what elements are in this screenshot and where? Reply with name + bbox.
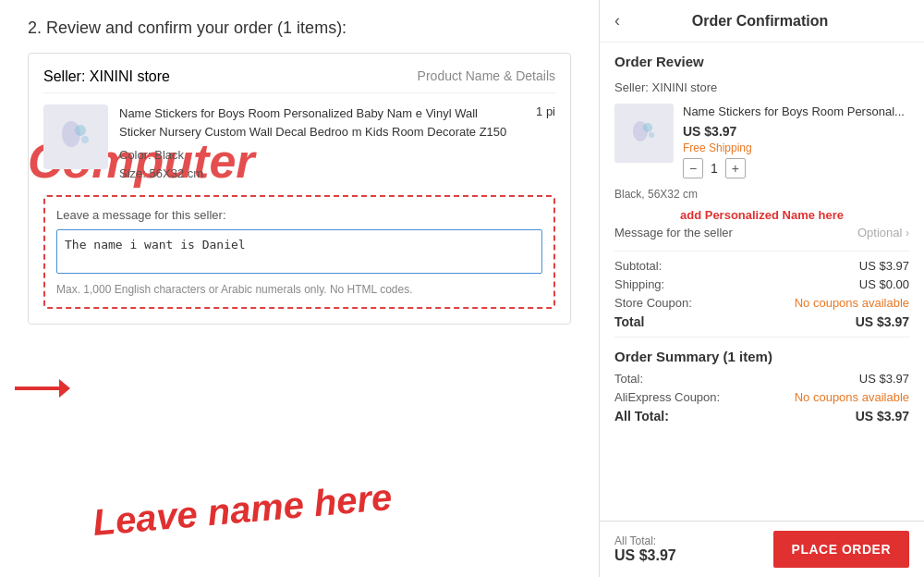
qty-decrease-button[interactable]: − <box>683 158 703 178</box>
place-order-button[interactable]: PLACE ORDER <box>773 531 909 568</box>
optional-section: Optional › <box>857 226 909 239</box>
product-image <box>43 104 108 169</box>
total-row: Total US $3.97 <box>614 314 909 329</box>
summary-total-row: Total: US $3.97 <box>614 372 909 386</box>
svg-point-2 <box>81 136 89 143</box>
page-title: 2. Review and confirm your order (1 item… <box>28 18 571 38</box>
leave-name-annotation: Leave name here <box>91 476 394 544</box>
message-hint: Max. 1,000 English characters or Arabic … <box>56 283 542 296</box>
footer-total-label: All Total: <box>614 534 676 547</box>
shipping-label: Shipping: <box>614 277 664 291</box>
divider-1 <box>614 251 909 252</box>
store-coupon-row: Store Coupon: No coupons available <box>614 296 909 310</box>
order-review-label: Order Review <box>614 54 909 69</box>
chevron-right-icon: › <box>906 227 909 239</box>
right-header-title: Order Confirmation <box>627 13 893 30</box>
qty-controls: − 1 + <box>683 158 909 178</box>
footer-total-price: US $3.97 <box>614 547 676 564</box>
product-details: Name Stickers for Boys Room Personalized… <box>119 104 507 182</box>
aliexpress-coupon-row: AliExpress Coupon: No coupons available <box>614 390 909 404</box>
aliexpress-coupon-value: No coupons available <box>795 390 909 404</box>
personalized-label: add Personalized Name here <box>614 208 909 222</box>
total-label: Total <box>614 314 644 329</box>
arrow-annotation <box>15 374 70 406</box>
svg-point-1 <box>75 125 86 136</box>
order-summary-title: Order Summary (1 item) <box>614 349 909 364</box>
right-product-name: Name Stickers for Boys Room Personal... <box>683 104 909 120</box>
product-row: Name Stickers for Boys Room Personalized… <box>43 104 555 182</box>
summary-total-label: Total: <box>614 372 643 386</box>
shipping-value: US $0.00 <box>859 277 909 291</box>
seller-name: Seller: XININI store <box>43 68 170 85</box>
product-name: Name Stickers for Boys Room Personalized… <box>119 104 507 141</box>
optional-badge: Optional <box>857 226 902 239</box>
aliexpress-coupon-label: AliExpress Coupon: <box>614 390 720 404</box>
message-section: Leave a message for this seller: Max. 1,… <box>43 195 555 309</box>
subtotal-row: Subtotal: US $3.97 <box>614 259 909 273</box>
subtotal-value: US $3.97 <box>859 259 909 273</box>
product-qty: 1 pi <box>518 104 555 118</box>
svg-point-7 <box>649 132 654 138</box>
message-label: Leave a message for this seller: <box>56 208 542 222</box>
left-panel: 2. Review and confirm your order (1 item… <box>0 0 599 577</box>
svg-point-6 <box>643 123 652 132</box>
subtotal-label: Subtotal: <box>614 259 662 273</box>
total-value: US $3.97 <box>856 314 909 329</box>
back-button[interactable]: ‹ <box>614 11 620 31</box>
all-total-value: US $3.97 <box>856 409 909 424</box>
footer-total: All Total: US $3.97 <box>614 534 676 564</box>
right-header: ‹ Order Confirmation Phone <box>600 0 924 43</box>
message-input[interactable] <box>56 229 542 274</box>
seller-message-row[interactable]: Message for the seller Optional › <box>614 226 909 239</box>
right-footer: All Total: US $3.97 PLACE ORDER <box>600 521 924 577</box>
summary-total-value: US $3.97 <box>859 372 909 386</box>
card-header: Seller: XININI store Product Name & Deta… <box>43 68 555 93</box>
divider-2 <box>614 337 909 338</box>
svg-marker-4 <box>59 379 70 398</box>
product-size: Size: 56X32 cm <box>119 165 507 183</box>
right-panel: ‹ Order Confirmation Phone Order Review … <box>599 0 924 577</box>
store-coupon-label: Store Coupon: <box>614 296 692 310</box>
right-product-info: Name Stickers for Boys Room Personal... … <box>683 104 909 178</box>
qty-increase-button[interactable]: + <box>725 158 746 178</box>
all-total-label: All Total: <box>614 409 669 424</box>
seller-message-label: Message for the seller <box>614 226 733 239</box>
right-product-image <box>614 104 674 163</box>
product-color: Color: Black <box>119 146 507 165</box>
right-seller-section: Seller: XININI store <box>614 80 909 94</box>
shipping-row: Shipping: US $0.00 <box>614 277 909 291</box>
free-shipping-label: Free Shipping <box>683 141 909 154</box>
store-coupon-value: No coupons available <box>795 296 909 310</box>
product-column-label: Product Name & Details <box>418 68 555 85</box>
right-product-price: US $3.97 <box>683 124 909 139</box>
order-card: Seller: XININI store Product Name & Deta… <box>28 53 571 325</box>
qty-value: 1 <box>711 161 718 176</box>
right-variant: Black, 56X32 cm <box>614 188 909 201</box>
all-total-row: All Total: US $3.97 <box>614 409 909 424</box>
right-content: Order Review Seller: XININI store Name S… <box>600 43 924 521</box>
right-product-row: Name Stickers for Boys Room Personal... … <box>614 104 909 178</box>
